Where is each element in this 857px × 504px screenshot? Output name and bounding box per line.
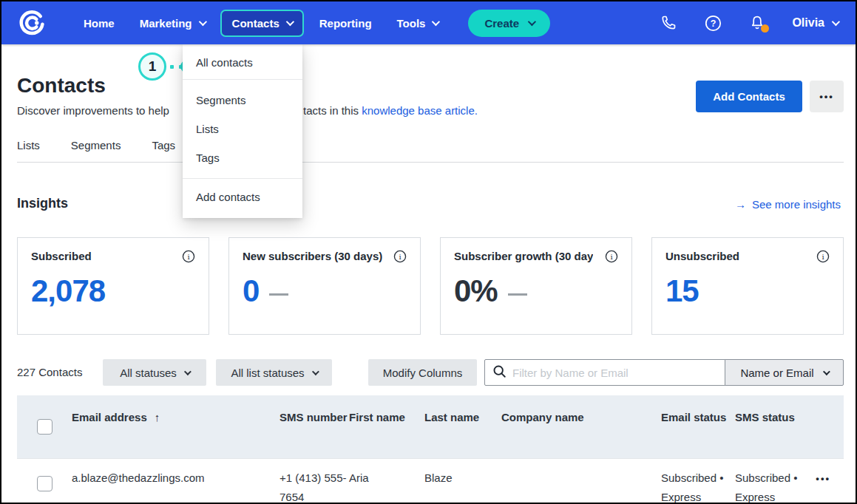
knowledge-base-link[interactable]: knowledge base article. [362, 104, 478, 117]
user-menu[interactable]: Olivia [792, 16, 838, 30]
arrow-right-icon: → [735, 198, 746, 211]
chevron-down-icon [312, 368, 319, 375]
cell-email-address: a.blaze@thedazzlings.com [72, 459, 280, 488]
create-button-label: Create [484, 17, 519, 30]
row-checkbox[interactable] [37, 476, 52, 491]
create-button[interactable]: Create [468, 10, 550, 37]
search-input[interactable] [512, 367, 717, 379]
column-header-last-name: Last name [424, 395, 501, 427]
help-icon[interactable]: ? [703, 13, 722, 33]
chevron-down-icon [528, 18, 536, 26]
column-header-first-name: First name [349, 395, 424, 427]
subscriber-growth-card: Subscriber growth (30 day i 0% [440, 237, 632, 335]
svg-text:?: ? [711, 18, 717, 28]
page-description-end: tacts in this knowledge base article. [303, 104, 478, 117]
nav-item-marketing[interactable]: Marketing [130, 10, 214, 36]
card-label: Unsubscribed [665, 250, 739, 262]
notifications-bell-icon[interactable] [748, 13, 767, 33]
info-icon[interactable]: i [182, 250, 195, 266]
phone-icon[interactable] [659, 13, 678, 33]
contacts-dropdown-menu: All contacts Segments Lists Tags Add con… [183, 44, 302, 218]
sort-ascending-icon: ↑ [155, 411, 160, 423]
status-filter-label: All statuses [120, 367, 177, 379]
notification-badge-dot [761, 24, 769, 33]
nav-item-label: Reporting [319, 17, 372, 30]
more-actions-button[interactable]: ••• [810, 81, 844, 112]
constant-contact-logo-icon[interactable] [18, 9, 46, 37]
modify-columns-label: Modify Columns [383, 367, 463, 379]
table-row: a.blaze@thedazzlings.com +1 (413) 555-76… [17, 458, 844, 504]
menu-item-tags[interactable]: Tags [183, 143, 302, 172]
svg-text:i: i [399, 253, 401, 261]
info-icon[interactable]: i [605, 250, 618, 266]
card-value: 2,078 [31, 273, 105, 309]
menu-item-add-contacts[interactable]: Add contacts [183, 179, 302, 214]
card-value: 0 [243, 273, 259, 309]
column-header-email-address[interactable]: Email address↑ [72, 395, 280, 427]
list-status-filter-label: All list statuses [231, 367, 304, 379]
flat-trend-dash [269, 293, 288, 296]
nav-item-home[interactable]: Home [74, 10, 124, 36]
menu-item-segments[interactable]: Segments [183, 86, 302, 115]
column-header-email-status: Email status [661, 395, 735, 427]
cell-first-name: Aria [349, 459, 424, 488]
contacts-tabs: Lists Segments Tags [17, 139, 175, 151]
chevron-down-icon [432, 18, 440, 26]
search-type-dropdown[interactable]: Name or Email [725, 359, 844, 386]
cell-company-name [501, 459, 661, 469]
tabs-divider [17, 162, 844, 163]
top-nav: Home Marketing Contacts Reporting Tools … [1, 1, 856, 44]
tab-lists[interactable]: Lists [17, 139, 40, 151]
modify-columns-button[interactable]: Modify Columns [368, 359, 477, 386]
insight-cards: Subscribed i 2,078 New subscribers (30 d… [17, 237, 844, 335]
card-label: Subscriber growth (30 day [454, 250, 593, 262]
contact-search-box [484, 359, 725, 386]
see-more-insights-label: See more insights [752, 198, 841, 211]
page-description-start: Discover improvements to help [17, 104, 169, 117]
step-annotation-badge: 1 [138, 52, 166, 81]
card-value: 0% [454, 273, 498, 309]
nav-item-label: Marketing [140, 17, 192, 30]
new-subscribers-card: New subscribers (30 days) i 0 [228, 237, 421, 335]
card-value: 15 [665, 273, 699, 309]
contacts-table: Email address↑ SMS number First name Las… [17, 395, 844, 504]
nav-item-label: Home [84, 17, 115, 30]
add-contacts-button[interactable]: Add Contacts [696, 81, 802, 112]
subscribed-card: Subscribed i 2,078 [17, 237, 209, 335]
nav-item-tools[interactable]: Tools [387, 10, 448, 36]
select-all-checkbox[interactable] [37, 419, 52, 435]
svg-text:i: i [822, 253, 824, 261]
nav-item-contacts[interactable]: Contacts [220, 10, 304, 37]
menu-item-all-contacts[interactable]: All contacts [183, 44, 302, 79]
chevron-down-icon [823, 368, 830, 375]
info-icon[interactable]: i [816, 250, 830, 266]
description-text: tacts in this [303, 104, 362, 117]
svg-text:i: i [187, 253, 189, 261]
column-header-sms-number: SMS number [280, 395, 349, 427]
card-label: New subscribers (30 days) [243, 250, 382, 262]
chevron-down-icon [184, 368, 192, 375]
tab-segments[interactable]: Segments [71, 139, 121, 151]
menu-item-lists[interactable]: Lists [183, 115, 302, 143]
list-status-filter-dropdown[interactable]: All list statuses [216, 359, 332, 386]
user-name: Olivia [792, 16, 824, 30]
app-window: Home Marketing Contacts Reporting Tools … [0, 0, 857, 504]
unsubscribed-card: Unsubscribed i 15 [651, 237, 844, 335]
nav-item-reporting[interactable]: Reporting [310, 10, 382, 36]
flat-trend-dash [508, 293, 527, 296]
tab-tags[interactable]: Tags [152, 139, 175, 151]
chevron-down-icon [285, 18, 294, 26]
page-title: Contacts [17, 74, 106, 98]
card-label: Subscribed [31, 250, 92, 262]
column-header-sms-status: SMS status [735, 395, 809, 427]
see-more-insights-link[interactable]: → See more insights [735, 198, 841, 211]
search-type-label: Name or Email [740, 367, 813, 379]
nav-utilities: ? Olivia [659, 13, 838, 33]
status-filter-dropdown[interactable]: All statuses [103, 359, 206, 386]
info-icon[interactable]: i [393, 250, 407, 266]
svg-text:i: i [610, 253, 612, 261]
chevron-down-icon [198, 18, 206, 26]
column-header-company-name: Company name [501, 395, 661, 427]
row-actions-menu-icon[interactable]: ••• [816, 473, 830, 484]
nav-item-label: Tools [397, 17, 426, 30]
